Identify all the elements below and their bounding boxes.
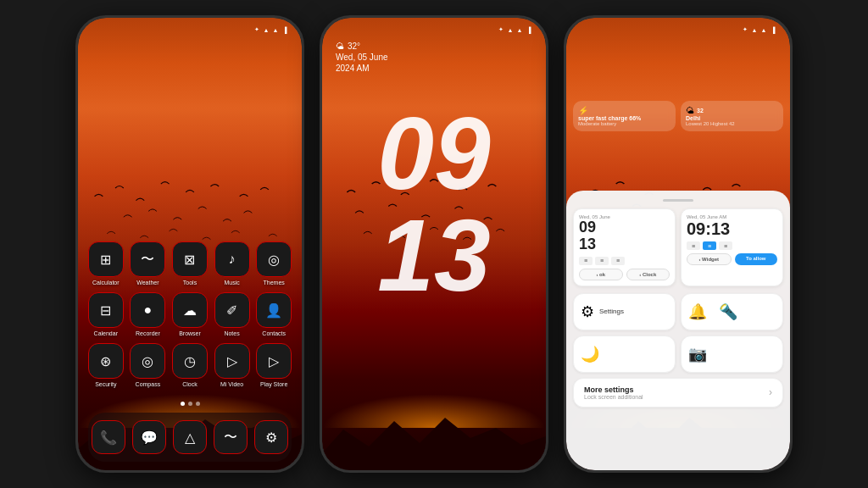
svg-marker-1: [322, 418, 546, 470]
align-right-2[interactable]: ≡: [719, 241, 732, 250]
mc2-widget-btn[interactable]: ‹ Widget: [687, 253, 732, 265]
signal-icon-2: ▲: [507, 26, 514, 33]
settings-cell[interactable]: ⚙ Settings: [573, 293, 676, 330]
battery-widget: ⚡ super fast charge 66% Moderate battery: [573, 101, 676, 131]
flashlight-icon: 🔦: [719, 302, 737, 321]
align-center-1[interactable]: ≡: [595, 257, 609, 265]
battery-widget-icon: ⚡: [578, 106, 670, 115]
panel-clocks-row: Wed, 05 June 0913 ≡ ≡ ≡ ‹ ok ‹ Clock Wed…: [573, 208, 783, 286]
app-recorder[interactable]: ● Recorder: [128, 292, 167, 336]
battery-icon-3: ▐: [770, 26, 776, 33]
align-right-1[interactable]: ≡: [611, 257, 625, 265]
weather-widget-range: Lowest 20 Highest 42: [686, 121, 778, 126]
mc1-actions: ‹ ok ‹ Clock: [579, 269, 670, 280]
dock-settings[interactable]: ⚙: [254, 420, 288, 454]
bluetooth-icon-2: ✦: [498, 26, 504, 33]
mc1-ok-btn[interactable]: ‹ ok: [579, 269, 623, 280]
mc1-clock-btn[interactable]: ‹ Clock: [626, 269, 670, 280]
contacts-icon: 👤: [256, 292, 292, 328]
play-store-label: Play Store: [260, 381, 287, 387]
more-settings-sub: Lock screen additional: [584, 394, 643, 400]
app-music[interactable]: ♪ Music: [213, 241, 252, 286]
align-left-1[interactable]: ≡: [579, 257, 593, 265]
settings-cell-label: Settings: [599, 308, 624, 315]
dock-messages[interactable]: 💬: [132, 420, 166, 454]
more-settings-title: More settings: [584, 385, 643, 394]
status-icons: ✦ ▲ ▲ ▐: [253, 26, 288, 33]
weather-widget-city: Delhi: [686, 115, 778, 121]
weather-icon: 〜: [130, 241, 165, 277]
bottom-panel: Wed, 05 June 0913 ≡ ≡ ≡ ‹ ok ‹ Clock Wed…: [566, 191, 790, 470]
widgets-row: ⚡ super fast charge 66% Moderate battery…: [573, 101, 783, 131]
calculator-icon: ⊞: [88, 241, 124, 277]
mi-video-icon: ▷: [214, 343, 250, 379]
mini-clock-1: Wed, 05 June 0913 ≡ ≡ ≡ ‹ ok ‹ Clock: [573, 208, 676, 286]
app-contacts[interactable]: 👤 Contacts: [254, 292, 293, 336]
calendar-icon: ⊟: [88, 292, 124, 328]
battery-widget-title: super fast charge 66%: [578, 115, 670, 121]
more-settings-button[interactable]: More settings Lock screen additional ›: [573, 378, 783, 408]
align-center-2[interactable]: ≡: [703, 241, 716, 250]
mc2-align: ≡ ≡ ≡: [687, 241, 777, 250]
browser-icon: ☁: [172, 292, 208, 328]
mc2-allow-btn[interactable]: To allow: [735, 253, 778, 265]
app-row-2: ⊟ Calendar ● Recorder ☁ Browser ✐ Notes …: [85, 292, 295, 336]
camera-cell[interactable]: 📷: [681, 336, 783, 373]
page-dots: [78, 402, 302, 406]
weather-widget: 🌤 32 Delhi Lowest 20 Highest 42: [681, 101, 783, 131]
dot-3: [196, 402, 200, 406]
more-settings-text: More settings Lock screen additional: [584, 385, 643, 400]
big-hour: 09: [322, 103, 546, 204]
dot-1: [181, 402, 185, 406]
app-calculator[interactable]: ⊞ Calculator: [86, 241, 125, 286]
security-label: Security: [95, 381, 116, 387]
mc2-time: 09:13: [687, 219, 777, 238]
phone-3: ✦ ▲ ▲ ▐ Wed, 05 June AM 09:13 ⚡ super fa…: [564, 15, 793, 473]
panel-grid: ⚙ Settings 🔔 🔦 🌙 📷: [573, 293, 783, 373]
moon-cell[interactable]: 🌙: [573, 336, 676, 373]
dock-home[interactable]: △: [173, 420, 207, 454]
play-store-icon: ▷: [256, 343, 292, 379]
recorder-icon: ●: [130, 292, 165, 328]
dock-phone[interactable]: 📞: [92, 420, 125, 454]
app-themes[interactable]: ◎ Themes: [254, 241, 293, 286]
phone-2: ✦ ▲ ▲ ▐ 🌤 32° Wed, 05 June 2024 AM 09 13: [320, 15, 548, 473]
app-calendar[interactable]: ⊟ Calendar: [86, 292, 125, 336]
bluetooth-icon-3: ✦: [742, 26, 748, 33]
signal-icon-3: ▲: [751, 26, 758, 33]
security-icon: ⊛: [88, 343, 124, 379]
app-play-store[interactable]: ▷ Play Store: [254, 343, 293, 387]
calendar-label: Calendar: [94, 330, 118, 336]
notes-icon: ✐: [214, 292, 250, 328]
app-weather[interactable]: 〜 Weather: [128, 241, 167, 286]
app-notes[interactable]: ✐ Notes: [213, 292, 252, 336]
app-tools[interactable]: ⊠ Tools: [170, 241, 209, 286]
wifi-icon: ▲: [272, 26, 279, 33]
bluetooth-icon: ✦: [253, 26, 260, 33]
clock-icon: ◷: [172, 343, 208, 379]
weather-widget-temp: 32: [697, 108, 704, 114]
wifi-icon-2: ▲: [516, 26, 523, 33]
big-clock-display: 09 13: [322, 103, 546, 306]
app-grid: ⊞ Calculator 〜 Weather ⊠ Tools ♪ Music ◎: [78, 241, 302, 394]
weather-icon: 🌤: [336, 42, 344, 51]
app-browser[interactable]: ☁ Browser: [170, 292, 209, 336]
temp-value: 32°: [348, 42, 360, 51]
notifications-cell[interactable]: 🔔 🔦: [681, 293, 783, 330]
app-row-1: ⊞ Calculator 〜 Weather ⊠ Tools ♪ Music ◎: [85, 241, 295, 286]
themes-icon: ◎: [256, 241, 292, 277]
app-clock[interactable]: ◷ Clock: [170, 343, 209, 387]
mc1-time: 0913: [579, 219, 670, 253]
music-icon: ♪: [214, 241, 250, 277]
clock-label: Clock: [182, 381, 198, 387]
weather-label: Weather: [136, 280, 159, 286]
align-left-2[interactable]: ≡: [687, 241, 700, 250]
status-bar-3: ✦ ▲ ▲ ▐: [566, 18, 790, 38]
app-compass[interactable]: ◎ Compass: [128, 343, 167, 387]
app-security[interactable]: ⊛ Security: [86, 343, 125, 387]
app-mi-video[interactable]: ▷ Mi Video: [213, 343, 252, 387]
battery-icon-2: ▐: [526, 26, 532, 33]
dock-maps[interactable]: 〜: [214, 420, 248, 454]
app-row-3: ⊛ Security ◎ Compass ◷ Clock ▷ Mi Video …: [85, 343, 295, 387]
battery-widget-sub: Moderate battery: [578, 121, 670, 126]
